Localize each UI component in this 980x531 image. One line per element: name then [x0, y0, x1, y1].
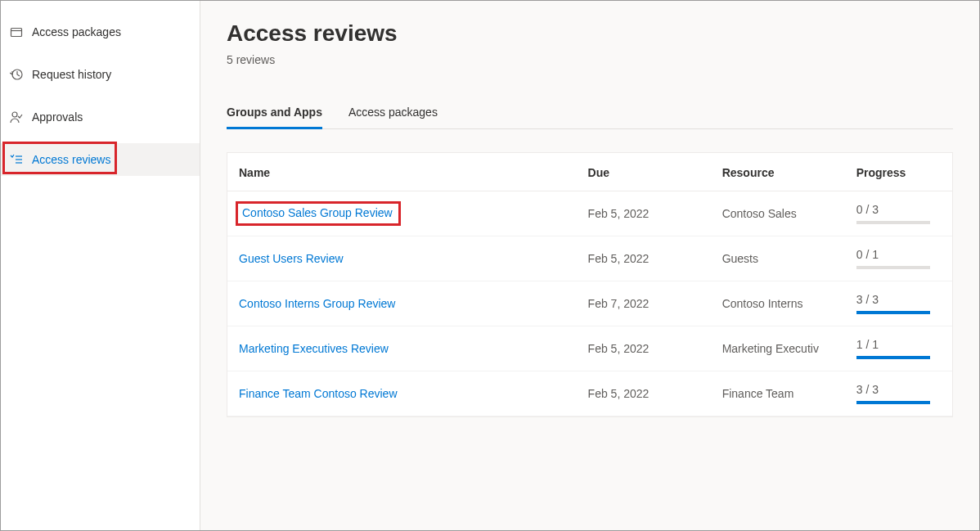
col-header-resource[interactable]: Resource — [711, 153, 845, 191]
sidebar-item-access-reviews[interactable]: Access reviews — [1, 143, 200, 176]
review-link[interactable]: Guest Users Review — [239, 252, 344, 265]
progress-text: 3 / 3 — [856, 383, 941, 396]
cell-progress: 0 / 3 — [845, 191, 952, 236]
history-icon — [9, 67, 24, 82]
col-header-progress[interactable]: Progress — [845, 153, 952, 191]
cell-due: Feb 7, 2022 — [577, 281, 711, 326]
reviews-icon — [9, 152, 24, 167]
review-link[interactable]: Contoso Sales Group Review — [242, 206, 393, 219]
table-row: Finance Team Contoso ReviewFeb 5, 2022Fi… — [227, 371, 952, 416]
cell-resource: Contoso Sales — [711, 191, 845, 236]
approvals-icon — [9, 110, 24, 124]
tabs: Groups and Apps Access packages — [227, 99, 953, 129]
cell-progress: 3 / 3 — [845, 281, 952, 326]
cell-due: Feb 5, 2022 — [577, 326, 711, 371]
progress-text: 1 / 1 — [856, 338, 941, 351]
table-row: Contoso Sales Group ReviewFeb 5, 2022Con… — [227, 191, 952, 236]
reviews-table-card: Name Due Resource Progress Contoso Sales… — [227, 152, 953, 417]
progress-text: 0 / 3 — [856, 203, 941, 216]
table-row: Marketing Executives ReviewFeb 5, 2022Ma… — [227, 326, 952, 371]
tab-groups-and-apps[interactable]: Groups and Apps — [227, 99, 322, 129]
sidebar-item-request-history[interactable]: Request history — [1, 58, 200, 91]
review-link[interactable]: Marketing Executives Review — [239, 342, 389, 355]
main-content: Access reviews 5 reviews Groups and Apps… — [200, 1, 979, 530]
cell-name: Marketing Executives Review — [227, 326, 577, 371]
progress-fill — [856, 356, 930, 359]
tab-label: Groups and Apps — [227, 106, 322, 119]
progress-bar — [856, 401, 930, 404]
progress-bar — [856, 266, 930, 269]
page-subtitle: 5 reviews — [227, 53, 953, 66]
sidebar-item-label: Request history — [32, 68, 111, 81]
cell-progress: 1 / 1 — [845, 326, 952, 371]
cell-due: Feb 5, 2022 — [577, 191, 711, 236]
cell-progress: 0 / 1 — [845, 236, 952, 281]
col-header-name[interactable]: Name — [227, 153, 577, 191]
page-title: Access reviews — [227, 20, 953, 47]
reviews-table: Name Due Resource Progress Contoso Sales… — [227, 153, 952, 416]
app-frame: Access packages Request history Approval… — [0, 0, 980, 531]
progress-bar — [856, 221, 930, 224]
cell-due: Feb 5, 2022 — [577, 371, 711, 416]
sidebar-item-label: Approvals — [32, 110, 83, 124]
cell-resource: Contoso Interns — [711, 281, 845, 326]
cell-resource: Marketing Executiv — [711, 326, 845, 371]
progress-bar — [856, 311, 930, 314]
cell-resource: Finance Team — [711, 371, 845, 416]
cell-name: Contoso Interns Group Review — [227, 281, 577, 326]
svg-point-3 — [12, 112, 17, 117]
tab-access-packages[interactable]: Access packages — [348, 99, 438, 128]
cell-name: Guest Users Review — [227, 236, 577, 281]
sidebar-item-access-packages[interactable]: Access packages — [1, 16, 200, 48]
table-row: Contoso Interns Group ReviewFeb 7, 2022C… — [227, 281, 952, 326]
package-icon — [9, 25, 24, 39]
sidebar: Access packages Request history Approval… — [1, 1, 200, 530]
progress-fill — [856, 401, 930, 404]
sidebar-item-label: Access packages — [32, 25, 121, 38]
sidebar-item-label: Access reviews — [32, 153, 110, 166]
cell-name: Contoso Sales Group Review — [227, 191, 577, 236]
col-header-due[interactable]: Due — [577, 153, 711, 191]
table-header-row: Name Due Resource Progress — [227, 153, 952, 191]
progress-fill — [856, 311, 930, 314]
progress-text: 3 / 3 — [856, 293, 941, 306]
cell-progress: 3 / 3 — [845, 371, 952, 416]
progress-text: 0 / 1 — [856, 248, 941, 261]
cell-due: Feb 5, 2022 — [577, 236, 711, 281]
sidebar-item-approvals[interactable]: Approvals — [1, 101, 200, 133]
tab-label: Access packages — [348, 106, 438, 119]
cell-name: Finance Team Contoso Review — [227, 371, 577, 416]
review-link[interactable]: Finance Team Contoso Review — [239, 387, 398, 400]
cell-resource: Guests — [711, 236, 845, 281]
table-row: Guest Users ReviewFeb 5, 2022Guests0 / 1 — [227, 236, 952, 281]
svg-rect-0 — [11, 29, 22, 37]
review-link[interactable]: Contoso Interns Group Review — [239, 297, 395, 310]
progress-bar — [856, 356, 930, 359]
